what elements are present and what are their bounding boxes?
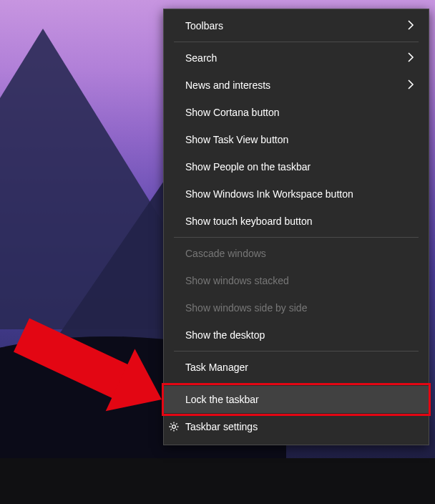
menu-item-search[interactable]: Search [164,44,429,72]
menu-item-label: Taskbar settings [185,421,414,432]
menu-item-label: Show touch keyboard button [185,215,414,227]
menu-item-label: Lock the taskbar [185,394,414,405]
menu-item-label: Show windows stacked [185,275,414,286]
menu-item-toolbars[interactable]: Toolbars [164,12,429,39]
menu-item-show-the-desktop[interactable]: Show the desktop [164,321,429,349]
taskbar[interactable] [0,458,435,504]
menu-item-news-and-interests[interactable]: News and interests [164,72,429,99]
menu-item-show-people-on-the-taskbar[interactable]: Show People on the taskbar [164,153,429,180]
menu-item-show-touch-keyboard-button[interactable]: Show touch keyboard button [164,208,429,235]
menu-item-label: Show People on the taskbar [185,161,414,173]
menu-separator [174,237,419,238]
menu-item-lock-the-taskbar[interactable]: Lock the taskbar [164,386,429,413]
menu-item-label: Task Manager [185,362,414,373]
menu-item-show-task-view-button[interactable]: Show Task View button [164,126,429,153]
menu-separator [174,351,419,352]
menu-separator [174,42,419,42]
menu-item-show-cortana-button[interactable]: Show Cortana button [164,99,429,126]
menu-item-label: Toolbars [185,20,407,32]
menu-item-label: Search [185,52,407,64]
menu-item-label: Show windows side by side [185,302,414,314]
menu-item-task-manager[interactable]: Task Manager [164,354,429,381]
menu-item-show-windows-ink-workspace-button[interactable]: Show Windows Ink Workspace button [164,180,429,208]
taskbar-context-menu: ToolbarsSearchNews and interestsShow Cor… [163,9,429,445]
gear-icon [168,421,180,432]
menu-separator [174,383,419,384]
menu-item-label: News and interests [185,79,407,91]
menu-item-label: Show the desktop [185,329,414,341]
svg-point-5 [172,425,176,429]
chevron-right-icon [407,20,414,32]
chevron-right-icon [407,52,414,64]
menu-item-cascade-windows: Cascade windows [164,240,429,267]
menu-item-show-windows-stacked: Show windows stacked [164,267,429,294]
menu-item-show-windows-side-by-side: Show windows side by side [164,294,429,321]
menu-item-taskbar-settings[interactable]: Taskbar settings [164,413,429,440]
menu-item-label: Show Cortana button [185,107,414,118]
menu-item-label: Show Windows Ink Workspace button [185,188,414,200]
menu-item-label: Cascade windows [185,248,414,259]
chevron-right-icon [407,79,414,92]
menu-item-label: Show Task View button [185,134,414,145]
